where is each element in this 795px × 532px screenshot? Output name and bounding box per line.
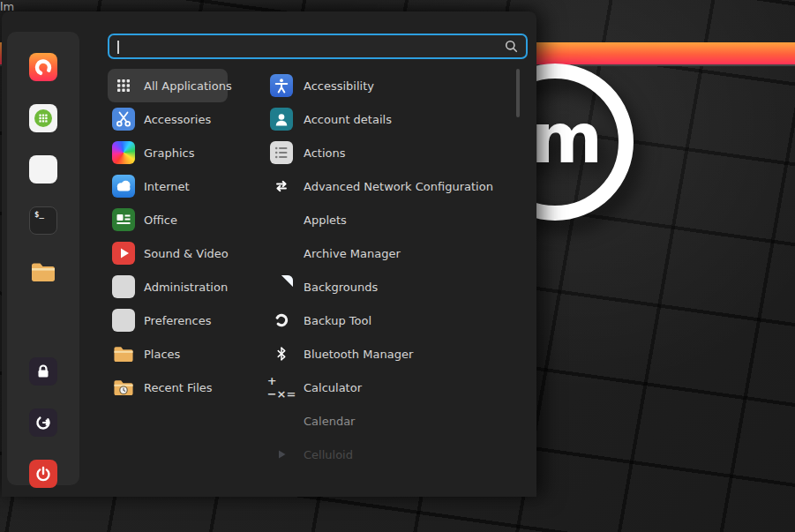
text-cursor: [117, 41, 119, 54]
power-icon: [29, 460, 57, 488]
favorite-software-manager-button[interactable]: [29, 104, 57, 132]
document-icon: [112, 208, 135, 231]
toggles-gray-icon: [112, 275, 135, 298]
user-bust-icon: [270, 108, 293, 131]
app-calendar[interactable]: Calendar: [268, 404, 520, 438]
swap-arrows-icon: [270, 175, 293, 198]
category-recent-files[interactable]: Recent Files: [108, 371, 228, 404]
shut-down-button[interactable]: [29, 460, 57, 488]
calculator-grid-icon: +−×=: [270, 376, 293, 399]
cloud-icon: [112, 175, 135, 198]
search-icon: [505, 40, 518, 53]
panel-applet-icon: [270, 208, 293, 231]
app-label: Backup Tool: [304, 314, 371, 327]
category-label: Sound & Video: [144, 247, 229, 260]
category-all-applications[interactable]: All Applications: [108, 69, 228, 102]
category-label: All Applications: [144, 79, 232, 93]
category-administration[interactable]: Administration: [108, 270, 228, 303]
lock-screen-button[interactable]: [29, 357, 57, 386]
app-advanced-network-configuration[interactable]: Advanced Network Configuration: [268, 169, 520, 203]
bluetooth-icon: [270, 342, 293, 365]
app-calculator[interactable]: +−×= Calculator: [268, 371, 520, 404]
search-input[interactable]: [109, 35, 505, 57]
category-places[interactable]: Places: [108, 337, 228, 371]
terminal-icon: $_: [29, 206, 57, 235]
rainbow-icon: [112, 141, 135, 164]
favorite-files-button[interactable]: [29, 258, 57, 286]
category-graphics[interactable]: Graphics: [108, 136, 228, 169]
category-label: Administration: [144, 281, 228, 294]
folder-clock-icon: [112, 376, 135, 399]
log-out-button[interactable]: [29, 408, 57, 437]
toggles-green-icon: [112, 309, 135, 332]
app-label: Archive Manager: [304, 247, 401, 260]
app-label: Applets: [304, 214, 347, 227]
app-backup-tool[interactable]: Backup Tool: [268, 303, 520, 337]
category-label: Graphics: [144, 146, 194, 160]
app-label: Celluloid: [304, 448, 353, 461]
app-archive-manager[interactable]: Archive Manager: [268, 236, 520, 270]
app-applets[interactable]: Applets: [268, 203, 520, 236]
archive-box-icon: [270, 242, 293, 265]
app-accessibility[interactable]: Accessibility: [268, 69, 520, 102]
mint-menu-popup: $_: [2, 11, 536, 497]
terminal-prompt-glyph: $_: [34, 210, 44, 219]
category-accessories[interactable]: Accessories: [108, 102, 228, 136]
category-label: Accessories: [144, 113, 211, 126]
categories-list: All Applications Accessories Graphics: [108, 69, 228, 404]
app-label: Advanced Network Configuration: [304, 180, 493, 193]
favorites-sidebar: $_: [7, 32, 79, 485]
category-label: Places: [144, 348, 180, 361]
category-preferences[interactable]: Preferences: [108, 303, 228, 337]
category-label: Office: [144, 214, 177, 227]
app-label: Accessibility: [304, 79, 374, 93]
applications-list: Accessibility Account details Act: [268, 69, 520, 471]
play-icon: [112, 242, 135, 265]
padlock-icon: [29, 357, 57, 386]
toggles-icon: [29, 155, 57, 184]
green-app-grid-icon: [29, 104, 57, 132]
search-bar[interactable]: [108, 34, 528, 59]
folder-icon: [112, 342, 135, 365]
scissors-icon: [112, 108, 135, 131]
app-label: Calculator: [304, 381, 362, 394]
app-celluloid[interactable]: Celluloid: [268, 438, 520, 471]
app-label: Account details: [304, 113, 392, 126]
app-label: Bluetooth Manager: [304, 348, 413, 361]
app-label: Actions: [304, 146, 346, 160]
app-account-details[interactable]: Account details: [268, 102, 520, 136]
app-label: Calendar: [304, 415, 355, 428]
firefox-icon: [29, 53, 57, 81]
accessibility-person-icon: [270, 74, 293, 97]
category-internet[interactable]: Internet: [108, 169, 228, 203]
category-label: Recent Files: [144, 381, 213, 394]
category-sound-video[interactable]: Sound & Video: [108, 236, 228, 270]
play-dark-icon: [270, 443, 293, 466]
desktop: lm: [0, 0, 795, 532]
folded-page-icon: [270, 275, 293, 298]
category-label: Preferences: [144, 314, 211, 327]
app-label: Backgrounds: [304, 281, 378, 294]
category-office[interactable]: Office: [108, 203, 228, 236]
list-icon: [270, 141, 293, 164]
category-label: Internet: [144, 180, 190, 193]
apps-scrollbar[interactable]: [516, 69, 520, 117]
folder-icon: [29, 258, 57, 286]
logout-arrow-icon: [29, 408, 57, 437]
app-actions[interactable]: Actions: [268, 136, 520, 169]
app-backgrounds[interactable]: Backgrounds: [268, 270, 520, 303]
calendar-icon: [270, 409, 293, 432]
app-bluetooth-manager[interactable]: Bluetooth Manager: [268, 337, 520, 371]
favorite-firefox-button[interactable]: [29, 53, 57, 81]
ring-arc-icon: [270, 309, 293, 332]
favorite-terminal-button[interactable]: $_: [29, 206, 57, 235]
favorite-system-settings-button[interactable]: [29, 155, 57, 184]
all-applications-grid-icon: [112, 74, 135, 97]
